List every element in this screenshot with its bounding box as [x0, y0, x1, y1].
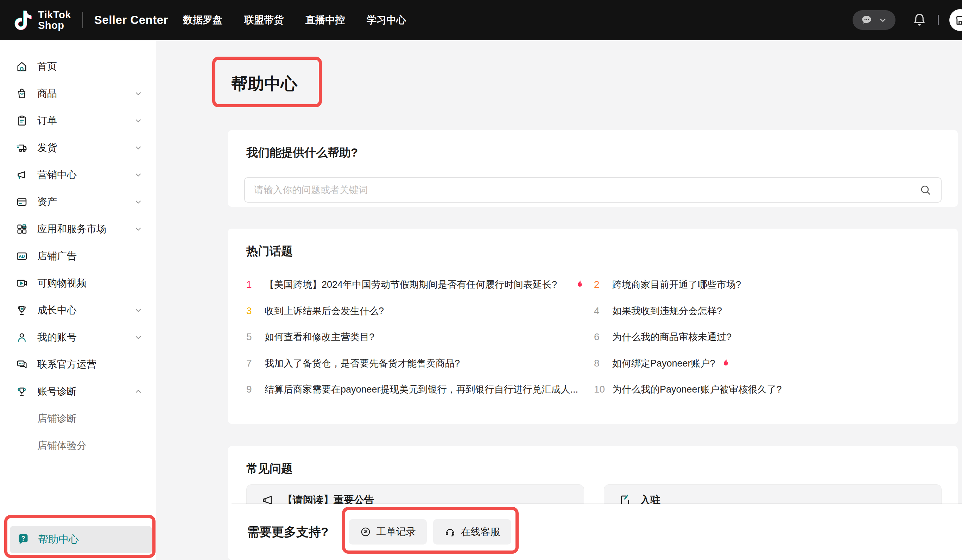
headset-icon [444, 526, 456, 537]
nav-live-console[interactable]: 直播中控 [305, 13, 345, 27]
top-nav-bar: TikTok Shop Seller Center 数据罗盘 联盟带货 直播中控… [0, 0, 962, 40]
sidebar-list: 首页 商品 订单 发货 [0, 40, 156, 459]
hot-topic-item-2[interactable]: 2 跨境商家目前开通了哪些市场? [594, 271, 945, 298]
svg-text:?: ? [21, 535, 25, 542]
sidebar-item-home[interactable]: 首页 [0, 53, 156, 80]
sidebar-item-help-center[interactable]: ? 帮助中心 [10, 526, 152, 553]
ticket-history-button[interactable]: 工单记录 [349, 519, 427, 544]
chevron-down-icon [134, 116, 142, 125]
video-icon [16, 277, 28, 289]
chevron-down-icon [134, 144, 142, 152]
contact-icon [16, 358, 28, 371]
header-divider-2 [938, 15, 939, 25]
order-icon [16, 114, 28, 127]
sidebar-subitem-shop-diagnosis[interactable]: 店铺诊断 [0, 405, 156, 432]
nav-learning-center[interactable]: 学习中心 [366, 13, 406, 27]
faq-title: 常见问题 [246, 461, 293, 477]
chevron-down-icon [134, 171, 142, 179]
sidebar-item-shipping[interactable]: 发货 [0, 134, 156, 161]
sidebar-subitem-shop-experience-score[interactable]: 店铺体验分 [0, 432, 156, 459]
hot-topic-item-3[interactable]: 3 收到上诉结果后会发生什么? [246, 298, 594, 324]
support-bar: 需要更多支持? 工单记录 在线客服 [231, 504, 962, 560]
search-card: 我们能提供什么帮助? [228, 130, 958, 207]
sidebar-item-shop-ads[interactable]: AD 店铺广告 [0, 242, 156, 270]
header-nav: 数据罗盘 联盟带货 直播中控 学习中心 [183, 13, 406, 27]
help-center-icon: ? [16, 533, 30, 547]
nav-data-compass[interactable]: 数据罗盘 [183, 13, 223, 27]
header-divider [82, 12, 83, 28]
tiktok-shop-logo[interactable]: TikTok Shop [13, 10, 71, 31]
fire-icon [574, 279, 585, 290]
sidebar-item-marketing[interactable]: 营销中心 [0, 161, 156, 188]
product-icon [16, 87, 28, 100]
messages-dropdown-button[interactable] [852, 10, 896, 30]
hot-topics-title: 热门话题 [246, 244, 293, 259]
topic-rank: 8 [594, 358, 609, 369]
search-icon[interactable] [919, 184, 932, 196]
topic-rank: 5 [246, 331, 261, 343]
hot-topic-item-4[interactable]: 4 如果我收到违规分会怎样? [594, 298, 945, 324]
hot-topic-item-7[interactable]: 7 我加入了备货仓，是否要先备货才能售卖商品? [246, 350, 594, 377]
chevron-down-icon [134, 333, 142, 342]
growth-icon [16, 304, 28, 316]
search-card-title: 我们能提供什么帮助? [246, 145, 358, 161]
topic-rank: 3 [246, 305, 261, 316]
sidebar-item-contact-operations[interactable]: 联系官方运营 [0, 351, 156, 378]
bell-icon[interactable] [912, 12, 927, 28]
topic-rank: 2 [594, 279, 609, 290]
user-avatar[interactable] [949, 9, 962, 31]
chevron-down-icon [134, 89, 142, 98]
search-box [244, 177, 942, 203]
sidebar-item-assets[interactable]: 资产 [0, 188, 156, 215]
brand-wordmark: TikTok Shop [38, 10, 71, 31]
sidebar-item-orders[interactable]: 订单 [0, 107, 156, 134]
hot-topics-list: 1 【美国跨境】2024年中国劳动节假期期间是否有任何履行时间表延长? 2 跨境… [246, 271, 945, 403]
header-right [852, 9, 962, 31]
hot-topic-item-10[interactable]: 10 为什么我的Payoneer账户被审核很久了? [594, 376, 945, 403]
support-prompt: 需要更多支持? [247, 524, 328, 540]
nav-affiliate[interactable]: 联盟带货 [244, 13, 284, 27]
online-support-button[interactable]: 在线客服 [433, 519, 511, 544]
svg-text:AD: AD [19, 253, 25, 258]
chevron-down-icon [134, 306, 142, 315]
hot-topic-item-5[interactable]: 5 如何查看和修改主营类目? [246, 324, 594, 350]
topic-rank: 6 [594, 331, 609, 343]
chat-messages-icon [861, 14, 873, 26]
account-icon [16, 331, 28, 344]
tiktok-note-icon [13, 10, 32, 31]
assets-icon [16, 195, 28, 208]
topic-rank: 7 [246, 358, 261, 369]
hot-topic-item-9[interactable]: 9 结算后商家需要在payoneer提现美元到银行，再到银行自行进行兑汇成人..… [246, 376, 594, 403]
search-input[interactable] [254, 185, 919, 195]
topic-rank: 4 [594, 305, 609, 316]
chevron-up-icon [134, 387, 142, 396]
page-title: 帮助中心 [231, 73, 297, 95]
product-title: Seller Center [94, 13, 168, 27]
seller-center-help-page: TikTok Shop Seller Center 数据罗盘 联盟带货 直播中控… [0, 0, 962, 560]
ads-icon: AD [16, 250, 28, 262]
topic-rank: 10 [594, 384, 609, 395]
sidebar: 首页 商品 订单 发货 [0, 40, 156, 560]
sidebar-item-my-account[interactable]: 我的账号 [0, 324, 156, 351]
topic-rank: 1 [246, 279, 261, 290]
home-icon [16, 60, 28, 73]
ticket-icon [360, 526, 371, 537]
marketing-icon [16, 168, 28, 181]
chevron-down-icon [134, 225, 142, 233]
hot-topic-item-6[interactable]: 6 为什么我的商品审核未通过? [594, 324, 945, 350]
chevron-down-icon [134, 198, 142, 206]
shipping-icon [16, 141, 28, 154]
topic-rank: 9 [246, 384, 261, 395]
fire-icon [720, 357, 731, 370]
apps-icon [16, 223, 28, 235]
diagnosis-icon [16, 385, 28, 398]
hot-topic-item-8[interactable]: 8 如何绑定Payoneer账户? [594, 350, 945, 377]
sidebar-item-growth-center[interactable]: 成长中心 [0, 297, 156, 324]
sidebar-item-app-market[interactable]: 应用和服务市场 [0, 215, 156, 242]
sidebar-item-products[interactable]: 商品 [0, 80, 156, 107]
sidebar-item-account-diagnosis[interactable]: 账号诊断 [0, 378, 156, 405]
hot-topic-item-1[interactable]: 1 【美国跨境】2024年中国劳动节假期期间是否有任何履行时间表延长? [246, 271, 594, 298]
sidebar-item-shoppable-video[interactable]: 可购物视频 [0, 270, 156, 297]
support-buttons: 工单记录 在线客服 [349, 519, 511, 544]
chevron-down-icon [878, 16, 888, 25]
